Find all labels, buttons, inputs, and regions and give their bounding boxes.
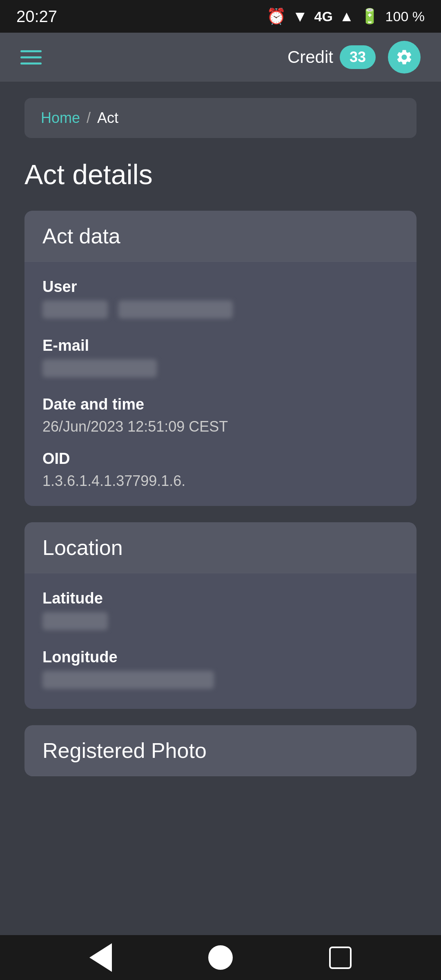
- battery-icon: 🔋: [361, 8, 379, 25]
- user-label: User: [42, 278, 399, 296]
- email-field: E-mail: [42, 337, 399, 381]
- bottom-nav: [0, 935, 441, 980]
- settings-button[interactable]: [388, 41, 421, 74]
- location-card-body: Latitude Longitude: [24, 573, 416, 709]
- recent-icon: [329, 947, 352, 969]
- location-card-header: Location: [24, 522, 416, 573]
- network-label: 4G: [314, 9, 333, 24]
- longitude-value: [42, 671, 399, 693]
- email-label: E-mail: [42, 337, 399, 354]
- user-value: [42, 301, 399, 322]
- location-card: Location Latitude Longitude: [24, 522, 416, 709]
- status-time: 20:27: [16, 7, 57, 26]
- main-content: Home / Act Act details Act data User E-m…: [0, 82, 441, 935]
- status-icons: ⏰ ▼ 4G ▲ 🔋 100 %: [267, 7, 425, 25]
- longitude-field: Longitude: [42, 648, 399, 693]
- breadcrumb: Home / Act: [41, 109, 400, 127]
- gear-icon: [395, 48, 413, 66]
- breadcrumb-home[interactable]: Home: [41, 109, 80, 127]
- datetime-label: Date and time: [42, 396, 399, 413]
- nav-right: Credit 33: [287, 41, 421, 74]
- registered-photo-card-title: Registered Photo: [42, 739, 207, 762]
- signal-icon: ▲: [339, 8, 354, 25]
- oid-field: OID 1.3.6.1.4.1.37799.1.6.: [42, 450, 399, 490]
- wifi-icon: ▼: [292, 8, 308, 25]
- user-field: User: [42, 278, 399, 322]
- act-data-card-header: Act data: [24, 211, 416, 262]
- battery-text: 100 %: [385, 9, 425, 24]
- registered-photo-card: Registered Photo: [24, 725, 416, 776]
- latitude-value: [42, 612, 399, 634]
- home-button[interactable]: [204, 941, 237, 974]
- user-value-blurred: [42, 301, 108, 318]
- home-icon: [208, 945, 233, 970]
- act-data-card-body: User E-mail Date and time 26/Jun/2023 12…: [24, 262, 416, 506]
- oid-value: 1.3.6.1.4.1.37799.1.6.: [42, 472, 399, 490]
- datetime-value: 26/Jun/2023 12:51:09 CEST: [42, 418, 399, 435]
- breadcrumb-current: Act: [97, 109, 118, 127]
- breadcrumb-container: Home / Act: [24, 98, 416, 138]
- longitude-label: Longitude: [42, 648, 399, 666]
- back-icon: [89, 943, 112, 972]
- email-value: [42, 359, 399, 381]
- latitude-value-blurred: [42, 612, 108, 630]
- hamburger-menu[interactable]: [20, 50, 42, 65]
- page-title: Act details: [24, 158, 416, 190]
- hamburger-line-3: [20, 62, 42, 65]
- credit-section: Credit 33: [287, 45, 376, 69]
- email-value-blurred: [42, 359, 157, 377]
- registered-photo-card-header: Registered Photo: [24, 725, 416, 776]
- act-data-card-title: Act data: [42, 224, 120, 248]
- latitude-field: Latitude: [42, 590, 399, 634]
- credit-badge: 33: [340, 45, 376, 69]
- nav-bar: Credit 33: [0, 33, 441, 82]
- datetime-field: Date and time 26/Jun/2023 12:51:09 CEST: [42, 396, 399, 435]
- back-button[interactable]: [85, 941, 117, 974]
- location-card-title: Location: [42, 536, 123, 559]
- status-bar: 20:27 ⏰ ▼ 4G ▲ 🔋 100 %: [0, 0, 441, 33]
- oid-label: OID: [42, 450, 399, 468]
- latitude-label: Latitude: [42, 590, 399, 607]
- alarm-icon: ⏰: [267, 7, 286, 25]
- act-data-card: Act data User E-mail Date and time: [24, 211, 416, 506]
- longitude-value-blurred: [42, 671, 214, 689]
- user-value-blurred2: [118, 301, 233, 318]
- hamburger-line-2: [20, 56, 42, 58]
- hamburger-line-1: [20, 50, 42, 52]
- breadcrumb-separator: /: [87, 109, 91, 127]
- recent-apps-button[interactable]: [324, 941, 356, 974]
- credit-label: Credit: [287, 47, 333, 67]
